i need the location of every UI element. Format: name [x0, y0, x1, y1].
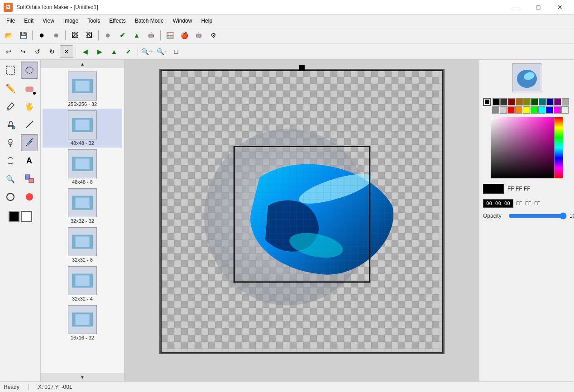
thumbnail-item-2[interactable]: 48x48 - 8 [43, 148, 122, 186]
maximize-button[interactable]: □ [528, 0, 549, 14]
thumbnail-item-3[interactable]: 32x32 - 32 [43, 186, 122, 225]
tb-android[interactable]: 🤖 [192, 29, 206, 42]
scroll-up-button[interactable]: ▲ [41, 60, 124, 68]
tb-save[interactable]: 💾 [16, 29, 30, 42]
tb-cancel[interactable]: ✕ [60, 45, 73, 58]
scroll-down-button[interactable]: ▼ [41, 373, 124, 381]
foreground-color[interactable] [9, 211, 19, 222]
zoom-tool[interactable]: 🔍 [2, 170, 19, 187]
view-tool[interactable] [21, 170, 38, 187]
thumbnail-item-5[interactable]: 32x32 - 4 [43, 264, 122, 303]
palette-color-6[interactable] [538, 106, 545, 114]
tb-undo1[interactable]: ↩ [2, 45, 15, 58]
text-tool[interactable]: A [21, 152, 38, 169]
palette-color-7[interactable] [546, 98, 554, 105]
tb-undo2[interactable]: ↩ [16, 45, 30, 58]
tb-circle3[interactable]: ● [101, 29, 115, 42]
thumbnail-item-0[interactable]: 256x256 - 32 [43, 70, 122, 109]
menu-item-tools[interactable]: Tools [83, 16, 105, 26]
menu-item-image[interactable]: Image [59, 16, 83, 26]
window-title: SoftOrbits Icon Maker - [Untitled1] [16, 4, 502, 10]
palette-color-7[interactable] [546, 106, 553, 114]
thumbnail-item-4[interactable]: 32x32 - 8 [43, 225, 122, 264]
palette-color-3[interactable] [515, 106, 522, 114]
menu-item-batch-mode[interactable]: Batch Mode [130, 16, 168, 26]
fg-bg-indicator[interactable] [483, 98, 491, 106]
opacity-slider[interactable] [508, 212, 567, 220]
hex-input-current[interactable]: 00 00 00 [483, 199, 513, 208]
minimize-button[interactable]: — [506, 0, 527, 14]
palette-color-9[interactable] [561, 106, 569, 114]
color-picker-canvas[interactable] [491, 117, 563, 178]
palette-color-3[interactable] [516, 98, 523, 105]
tb-play-up[interactable]: ▲ [107, 45, 121, 58]
palette-color-0[interactable] [493, 98, 500, 105]
palette-color-8[interactable] [554, 106, 561, 114]
menu-item-view[interactable]: View [38, 16, 59, 26]
dropper-tool[interactable] [2, 98, 19, 115]
tb-play-back[interactable]: ◀ [78, 45, 92, 58]
tb-apple[interactable]: 🍎 [177, 29, 191, 42]
palette-color-4[interactable] [523, 106, 530, 114]
tb-windows[interactable]: 🪟 [163, 29, 177, 42]
shape-circle-tool[interactable] [2, 188, 19, 206]
thumbnail-item-1[interactable]: 48x48 - 32 [43, 109, 122, 148]
select-rect-tool[interactable] [2, 62, 19, 79]
tb-play-check[interactable]: ✔ [122, 45, 135, 58]
coordinates-text: X: 017 Y: -001 [38, 384, 72, 390]
palette-color-5[interactable] [531, 98, 538, 105]
palette-color-1[interactable] [500, 106, 507, 114]
menu-item-effects[interactable]: Effects [105, 16, 130, 26]
palette-color-2[interactable] [508, 98, 515, 105]
tb-triangle-green[interactable]: ▲ [130, 29, 144, 42]
background-color[interactable] [21, 211, 32, 222]
menu-item-help[interactable]: Help [196, 16, 217, 26]
tb-check-green[interactable]: ✔ [115, 29, 129, 42]
thumbnail-scroll[interactable]: 256x256 - 3248x48 - 3248x48 - 832x32 - 3… [41, 68, 124, 373]
thumbnail-label-3: 32x32 - 32 [71, 218, 94, 224]
clone-tool[interactable] [2, 134, 19, 151]
color-picker-gradient[interactable] [491, 117, 563, 178]
tb-zoom-out[interactable]: 🔍- [155, 45, 168, 58]
palette-color-0[interactable] [492, 106, 499, 114]
palette-color-6[interactable] [539, 98, 546, 105]
tb-img1[interactable]: 🖼 [68, 29, 81, 42]
paintbrush-tool[interactable] [21, 134, 38, 151]
tb-play-fwd[interactable]: ▶ [93, 45, 106, 58]
tb-robot[interactable]: 🤖 [144, 29, 158, 42]
menu-item-window[interactable]: Window [168, 16, 197, 26]
pencil-tool[interactable]: ✏️ [2, 80, 19, 97]
tb-circle2[interactable]: ● [49, 29, 63, 42]
tb-redo1[interactable]: ↺ [31, 45, 44, 58]
current-color-swatch[interactable] [483, 184, 504, 194]
tb-circle1[interactable]: ● [35, 29, 48, 42]
tb-zoom-in[interactable]: 🔍+ [140, 45, 154, 58]
tb-gear[interactable]: ⚙ [206, 29, 220, 42]
close-button[interactable]: ✕ [550, 0, 570, 14]
canvas-area[interactable] [124, 60, 479, 381]
eraser-tool[interactable] [21, 80, 38, 97]
menu-item-file[interactable]: File [2, 16, 19, 26]
canvas-resize-handle[interactable] [299, 65, 305, 71]
tb-redo2[interactable]: ↻ [45, 45, 59, 58]
rotate-tool[interactable] [2, 152, 19, 169]
svg-point-1 [26, 67, 33, 73]
thumbnail-item-6[interactable]: 16x16 - 32 [43, 303, 122, 342]
tb-img2[interactable]: 🖼 [82, 29, 96, 42]
tb-open[interactable]: 📂 [2, 29, 15, 42]
palette-color-8[interactable] [554, 98, 561, 105]
palette-color-5[interactable] [531, 106, 538, 114]
line-tool[interactable] [21, 116, 38, 133]
menu-item-edit[interactable]: Edit [19, 16, 38, 26]
lasso-tool[interactable] [21, 62, 38, 79]
palette-color-2[interactable] [507, 106, 515, 114]
shape-rect-fill-tool[interactable] [21, 188, 38, 206]
palette-color-9[interactable] [562, 98, 569, 105]
palette-color-1[interactable] [500, 98, 507, 105]
tb-zoom-fit[interactable]: □ [169, 45, 183, 58]
pixel-canvas[interactable] [159, 69, 445, 354]
smudge-tool[interactable]: 🖐 [21, 98, 38, 115]
fill-tool[interactable] [2, 116, 19, 133]
palette-color-4[interactable] [523, 98, 531, 105]
sep2 [65, 30, 66, 40]
